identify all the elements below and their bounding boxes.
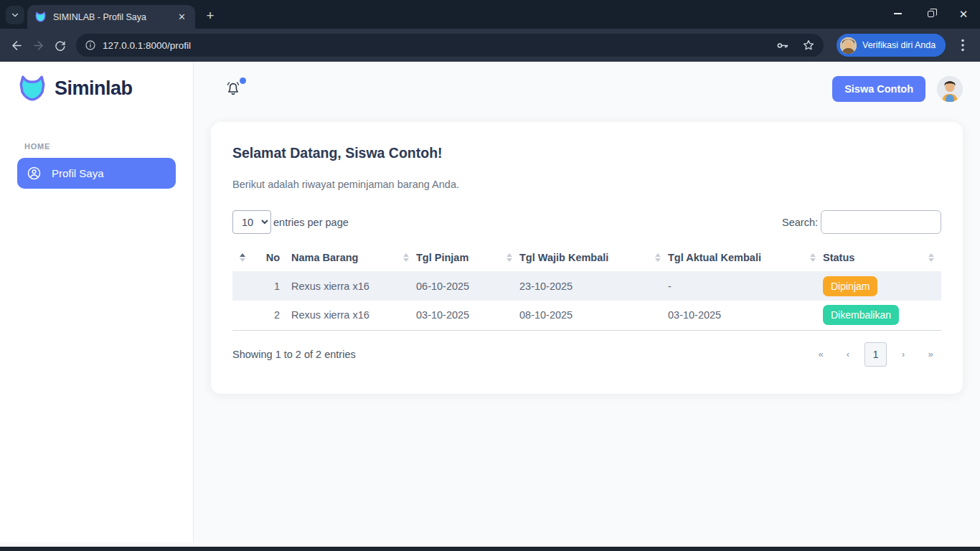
cell-tgl-aktual-kembali: -: [668, 271, 823, 301]
chevron-down-icon: [10, 10, 20, 20]
sort-icon: [507, 253, 512, 262]
pagination: « ‹ 1 › »: [810, 342, 941, 367]
sort-icon: [655, 253, 661, 262]
sidebar-section-label: HOME: [24, 142, 193, 151]
browser-toolbar: 127.0.0.1:8000/profil Verifikasi diri An…: [0, 29, 980, 62]
search-label: Search:: [782, 217, 818, 228]
status-badge: Dikembalikan: [823, 305, 899, 325]
pagination-page-1-button[interactable]: 1: [864, 342, 887, 367]
loan-history-table: No Nama Barang Tgl Pinjam Tgl Wajib Kemb…: [232, 244, 941, 331]
pagination-next-button[interactable]: ›: [892, 342, 914, 367]
sidebar-item-profil-saya[interactable]: Profil Saya: [17, 158, 176, 189]
column-header-no[interactable]: No: [232, 244, 291, 271]
window-controls: ✕: [881, 0, 980, 29]
restore-icon: [928, 11, 934, 17]
profile-card: Selamat Datang, Siswa Contoh! Berikut ad…: [211, 122, 963, 394]
cell-tgl-aktual-kembali: 03-10-2025: [668, 301, 823, 330]
sort-icon: [928, 253, 934, 262]
app-content: Siminlab HOME Profil Saya: [0, 62, 980, 547]
bookmark-star-icon[interactable]: [802, 39, 815, 52]
brand-name: Siminlab: [55, 77, 133, 100]
pagination-prev-button[interactable]: ‹: [837, 342, 859, 367]
tab-close-icon[interactable]: ✕: [176, 11, 188, 23]
siminlab-favicon-icon: [34, 11, 47, 23]
browser-menu-icon[interactable]: [953, 39, 973, 52]
cell-tgl-wajib-kembali: 08-10-2025: [519, 301, 668, 330]
cell-nama-barang: Rexus xierra x16: [291, 271, 416, 301]
column-header-tgl-wajib-kembali[interactable]: Tgl Wajib Kembali: [519, 244, 668, 271]
search-wrap: Search:: [782, 210, 941, 234]
notification-bell-button[interactable]: [225, 80, 243, 98]
bottom-bar: [0, 547, 980, 551]
bell-icon: [225, 80, 242, 97]
cell-no: 1: [232, 271, 291, 301]
status-badge: Dipinjam: [823, 276, 877, 296]
cell-tgl-pinjam: 03-10-2025: [416, 301, 519, 330]
minimize-button[interactable]: [881, 0, 914, 27]
profile-mini-avatar: [840, 37, 857, 54]
restore-button[interactable]: [914, 0, 947, 27]
search-input[interactable]: [821, 210, 941, 234]
screen: SIMINLAB - Profil Saya ✕ + ✕ 127.0.0.1:8…: [0, 0, 980, 551]
refresh-button[interactable]: [49, 34, 70, 56]
sort-icon: [403, 253, 409, 262]
brand: Siminlab: [0, 62, 193, 103]
table-row: 1 Rexus xierra x16 06-10-2025 23-10-2025…: [232, 271, 941, 301]
app-header: Siswa Contoh: [194, 62, 980, 116]
table-row: 2 Rexus xierra x16 03-10-2025 08-10-2025…: [232, 301, 941, 330]
cell-tgl-pinjam: 06-10-2025: [416, 271, 519, 301]
column-header-tgl-aktual-kembali[interactable]: Tgl Aktual Kembali: [668, 244, 823, 271]
new-tab-button[interactable]: +: [201, 6, 220, 25]
forward-button[interactable]: [27, 34, 49, 56]
cell-status: Dipinjam: [823, 271, 941, 301]
tab-title: SIMINLAB - Profil Saya: [53, 12, 176, 22]
sidebar: Siminlab HOME Profil Saya: [0, 62, 194, 542]
notification-dot: [240, 77, 246, 84]
cell-nama-barang: Rexus xierra x16: [291, 301, 416, 330]
entries-per-page-select[interactable]: 10: [232, 210, 271, 234]
address-bar[interactable]: 127.0.0.1:8000/profil: [76, 34, 824, 57]
browser-tabbar: SIMINLAB - Profil Saya ✕ + ✕: [0, 0, 980, 29]
sort-icon: [240, 253, 245, 262]
browser-tab[interactable]: SIMINLAB - Profil Saya ✕: [27, 5, 195, 29]
password-key-icon[interactable]: [776, 39, 789, 52]
user-circle-icon: [27, 166, 42, 181]
user-avatar[interactable]: [937, 76, 963, 102]
cell-status: Dikembalikan: [823, 301, 941, 330]
header-right: Siswa Contoh: [832, 76, 963, 102]
close-window-button[interactable]: ✕: [947, 0, 980, 27]
minimize-icon: [894, 13, 902, 14]
table-controls: 10 entries per page Search:: [232, 210, 941, 234]
url-text: 127.0.0.1:8000/profil: [103, 40, 776, 51]
siminlab-logo-icon: [17, 73, 47, 103]
column-header-status[interactable]: Status: [823, 244, 941, 271]
verify-identity-button[interactable]: Verifikasi diri Anda: [837, 34, 946, 57]
column-header-nama-barang[interactable]: Nama Barang: [291, 244, 416, 271]
sort-icon: [810, 253, 816, 262]
column-header-tgl-pinjam[interactable]: Tgl Pinjam: [416, 244, 519, 271]
pagination-first-button[interactable]: «: [810, 342, 831, 367]
table-header-row: No Nama Barang Tgl Pinjam Tgl Wajib Kemb…: [232, 244, 941, 271]
close-icon: ✕: [959, 9, 969, 19]
tab-search-button[interactable]: [6, 6, 24, 24]
entries-per-page-label: entries per page: [273, 217, 349, 228]
site-info-icon[interactable]: [85, 39, 96, 51]
welcome-title: Selamat Datang, Siswa Contoh!: [232, 145, 941, 161]
table-footer: Showing 1 to 2 of 2 entries « ‹ 1 › »: [232, 342, 941, 367]
sidebar-item-label: Profil Saya: [52, 167, 104, 179]
cell-tgl-wajib-kembali: 23-10-2025: [519, 271, 668, 301]
welcome-subtitle: Berikut adalah riwayat peminjaman barang…: [232, 179, 941, 190]
back-button[interactable]: [6, 34, 27, 56]
user-name-button[interactable]: Siswa Contoh: [832, 76, 925, 102]
verify-identity-label: Verifikasi diri Anda: [862, 40, 936, 50]
cell-no: 2: [232, 301, 291, 330]
showing-entries-text: Showing 1 to 2 of 2 entries: [232, 349, 356, 360]
pagination-last-button[interactable]: »: [920, 342, 941, 367]
